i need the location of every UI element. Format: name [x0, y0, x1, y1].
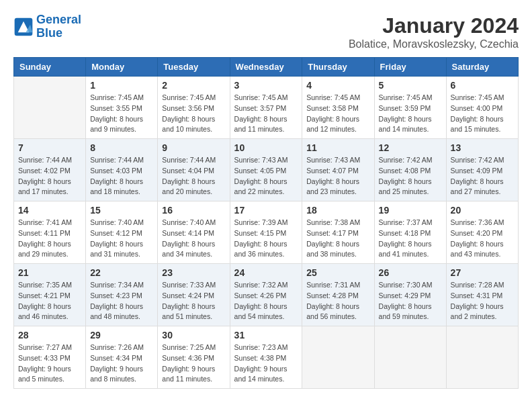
table-row: 14Sunrise: 7:41 AM Sunset: 4:11 PM Dayli…	[14, 201, 86, 264]
table-row: 6Sunrise: 7:45 AM Sunset: 4:00 PM Daylig…	[446, 77, 518, 139]
col-saturday: Saturday	[446, 58, 518, 77]
logo-text: General Blue	[36, 13, 81, 40]
month-title: January 2024	[349, 13, 519, 38]
day-number: 31	[234, 330, 298, 340]
calendar: Sunday Monday Tuesday Wednesday Thursday…	[13, 57, 519, 389]
table-row: 2Sunrise: 7:45 AM Sunset: 3:56 PM Daylig…	[158, 77, 230, 139]
table-row: 4Sunrise: 7:45 AM Sunset: 3:58 PM Daylig…	[302, 77, 374, 139]
day-number: 6	[451, 80, 514, 91]
day-number: 3	[234, 80, 298, 91]
title-block: January 2024 Bolatice, Moravskoslezsky, …	[349, 13, 519, 50]
table-row: 11Sunrise: 7:43 AM Sunset: 4:07 PM Dayli…	[302, 139, 374, 201]
day-info: Sunrise: 7:45 AM Sunset: 3:55 PM Dayligh…	[90, 93, 153, 135]
day-number: 16	[162, 205, 225, 216]
logo-line2: Blue	[36, 26, 62, 40]
day-info: Sunrise: 7:33 AM Sunset: 4:24 PM Dayligh…	[162, 280, 225, 322]
day-number: 15	[90, 205, 153, 216]
day-number: 27	[451, 267, 514, 278]
day-number: 23	[162, 267, 225, 278]
day-info: Sunrise: 7:36 AM Sunset: 4:20 PM Dayligh…	[451, 218, 514, 260]
day-number: 12	[379, 142, 442, 153]
day-number: 2	[162, 80, 225, 91]
day-info: Sunrise: 7:35 AM Sunset: 4:21 PM Dayligh…	[18, 280, 81, 322]
col-friday: Friday	[374, 58, 446, 77]
table-row	[14, 77, 86, 139]
day-info: Sunrise: 7:42 AM Sunset: 4:09 PM Dayligh…	[451, 155, 514, 197]
day-number: 26	[379, 267, 442, 278]
day-info: Sunrise: 7:42 AM Sunset: 4:08 PM Dayligh…	[379, 155, 442, 197]
day-info: Sunrise: 7:44 AM Sunset: 4:03 PM Dayligh…	[90, 155, 153, 197]
day-number: 13	[451, 142, 514, 153]
day-info: Sunrise: 7:23 AM Sunset: 4:38 PM Dayligh…	[234, 342, 298, 385]
day-number: 19	[379, 205, 442, 216]
table-row: 8Sunrise: 7:44 AM Sunset: 4:03 PM Daylig…	[86, 139, 158, 201]
day-number: 1	[90, 80, 153, 91]
calendar-week-row: 14Sunrise: 7:41 AM Sunset: 4:11 PM Dayli…	[14, 201, 519, 264]
day-number: 8	[90, 142, 153, 153]
table-row: 24Sunrise: 7:32 AM Sunset: 4:26 PM Dayli…	[230, 264, 302, 326]
day-number: 28	[18, 330, 81, 340]
day-info: Sunrise: 7:31 AM Sunset: 4:28 PM Dayligh…	[306, 280, 369, 322]
day-info: Sunrise: 7:26 AM Sunset: 4:34 PM Dayligh…	[90, 342, 153, 385]
day-info: Sunrise: 7:32 AM Sunset: 4:26 PM Dayligh…	[234, 280, 298, 322]
col-thursday: Thursday	[302, 58, 374, 77]
day-number: 21	[18, 267, 81, 278]
day-info: Sunrise: 7:38 AM Sunset: 4:17 PM Dayligh…	[306, 218, 369, 260]
table-row: 30Sunrise: 7:25 AM Sunset: 4:36 PM Dayli…	[158, 326, 230, 389]
col-wednesday: Wednesday	[230, 58, 302, 77]
day-number: 25	[306, 267, 369, 278]
day-number: 22	[90, 267, 153, 278]
table-row: 21Sunrise: 7:35 AM Sunset: 4:21 PM Dayli…	[14, 264, 86, 326]
calendar-week-row: 28Sunrise: 7:27 AM Sunset: 4:33 PM Dayli…	[14, 326, 519, 389]
table-row: 5Sunrise: 7:45 AM Sunset: 3:59 PM Daylig…	[374, 77, 446, 139]
table-row: 15Sunrise: 7:40 AM Sunset: 4:12 PM Dayli…	[86, 201, 158, 264]
calendar-week-row: 1Sunrise: 7:45 AM Sunset: 3:55 PM Daylig…	[14, 77, 519, 139]
day-number: 10	[234, 142, 298, 153]
table-row: 3Sunrise: 7:45 AM Sunset: 3:57 PM Daylig…	[230, 77, 302, 139]
location-title: Bolatice, Moravskoslezsky, Czechia	[349, 38, 519, 50]
logo-line1: General	[36, 13, 81, 26]
day-number: 14	[18, 205, 81, 216]
day-info: Sunrise: 7:27 AM Sunset: 4:33 PM Dayligh…	[18, 342, 81, 385]
day-info: Sunrise: 7:40 AM Sunset: 4:14 PM Dayligh…	[162, 218, 225, 260]
day-info: Sunrise: 7:44 AM Sunset: 4:04 PM Dayligh…	[162, 155, 225, 197]
table-row: 7Sunrise: 7:44 AM Sunset: 4:02 PM Daylig…	[14, 139, 86, 201]
day-info: Sunrise: 7:30 AM Sunset: 4:29 PM Dayligh…	[379, 280, 442, 322]
day-number: 17	[234, 205, 298, 216]
day-info: Sunrise: 7:44 AM Sunset: 4:02 PM Dayligh…	[18, 155, 81, 197]
page-header: General Blue January 2024 Bolatice, Mora…	[13, 13, 519, 50]
day-info: Sunrise: 7:45 AM Sunset: 4:00 PM Dayligh…	[451, 93, 514, 135]
day-info: Sunrise: 7:25 AM Sunset: 4:36 PM Dayligh…	[162, 342, 225, 385]
day-info: Sunrise: 7:41 AM Sunset: 4:11 PM Dayligh…	[18, 218, 81, 260]
day-number: 4	[306, 80, 369, 91]
day-info: Sunrise: 7:39 AM Sunset: 4:15 PM Dayligh…	[234, 218, 298, 260]
calendar-week-row: 7Sunrise: 7:44 AM Sunset: 4:02 PM Daylig…	[14, 139, 519, 201]
table-row: 31Sunrise: 7:23 AM Sunset: 4:38 PM Dayli…	[230, 326, 302, 389]
table-row: 12Sunrise: 7:42 AM Sunset: 4:08 PM Dayli…	[374, 139, 446, 201]
table-row: 17Sunrise: 7:39 AM Sunset: 4:15 PM Dayli…	[230, 201, 302, 264]
col-tuesday: Tuesday	[158, 58, 230, 77]
table-row: 25Sunrise: 7:31 AM Sunset: 4:28 PM Dayli…	[302, 264, 374, 326]
day-info: Sunrise: 7:45 AM Sunset: 3:57 PM Dayligh…	[234, 93, 298, 135]
table-row: 27Sunrise: 7:28 AM Sunset: 4:31 PM Dayli…	[446, 264, 518, 326]
day-info: Sunrise: 7:45 AM Sunset: 3:59 PM Dayligh…	[379, 93, 442, 135]
day-number: 7	[18, 142, 81, 153]
table-row	[302, 326, 374, 389]
day-number: 30	[162, 330, 225, 340]
logo: General Blue	[13, 13, 81, 40]
col-sunday: Sunday	[14, 58, 86, 77]
table-row: 26Sunrise: 7:30 AM Sunset: 4:29 PM Dayli…	[374, 264, 446, 326]
logo-icon	[13, 17, 34, 37]
table-row: 16Sunrise: 7:40 AM Sunset: 4:14 PM Dayli…	[158, 201, 230, 264]
table-row: 29Sunrise: 7:26 AM Sunset: 4:34 PM Dayli…	[86, 326, 158, 389]
day-number: 9	[162, 142, 225, 153]
day-info: Sunrise: 7:45 AM Sunset: 3:56 PM Dayligh…	[162, 93, 225, 135]
day-info: Sunrise: 7:43 AM Sunset: 4:07 PM Dayligh…	[306, 155, 369, 197]
table-row: 19Sunrise: 7:37 AM Sunset: 4:18 PM Dayli…	[374, 201, 446, 264]
table-row: 9Sunrise: 7:44 AM Sunset: 4:04 PM Daylig…	[158, 139, 230, 201]
day-info: Sunrise: 7:43 AM Sunset: 4:05 PM Dayligh…	[234, 155, 298, 197]
day-info: Sunrise: 7:34 AM Sunset: 4:23 PM Dayligh…	[90, 280, 153, 322]
table-row: 20Sunrise: 7:36 AM Sunset: 4:20 PM Dayli…	[446, 201, 518, 264]
table-row	[374, 326, 446, 389]
day-number: 29	[90, 330, 153, 340]
